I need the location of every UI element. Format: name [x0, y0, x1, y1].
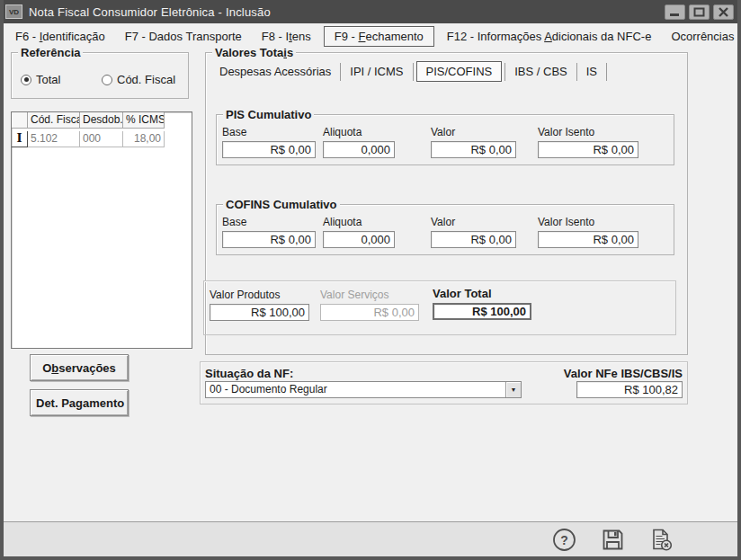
cancel-note-button[interactable] [648, 527, 674, 553]
cofins-legend: COFINS Cumulativo [223, 198, 340, 211]
close-button[interactable] [713, 4, 734, 20]
app-icon: VD [5, 4, 22, 19]
fiscal-code-list[interactable]: Cód. Fiscal Desdob. % ICMS I 5.102 000 1… [11, 111, 192, 349]
tab-label: F6 - [15, 30, 40, 43]
cofins-base: Base R$ 0,00 [222, 216, 316, 248]
pis-base: Base R$ 0,00 [222, 126, 316, 158]
pis-aliquota-input[interactable]: 0,000 [323, 141, 395, 158]
pis-base-input[interactable]: R$ 0,00 [222, 141, 316, 158]
valor-produtos: Valor Produtos R$ 100,00 [210, 289, 309, 321]
field-label: Valor Total [433, 287, 531, 300]
cofins-valor-input[interactable]: R$ 0,00 [431, 231, 516, 248]
valor-produtos-input[interactable]: R$ 100,00 [210, 304, 309, 321]
footer-bar: ? [4, 521, 737, 556]
window-title: Nota Fiscal Consumidor Eletrônica - Incl… [29, 5, 271, 19]
valores-subtab-bar: Despesas Acessórias IPI / ICMS PIS/COFIN… [210, 61, 607, 82]
valores-totais-legend: Valores Totais [212, 46, 296, 59]
button-label: Det. Pa [36, 396, 76, 410]
valor-total: Valor Total R$ 100,00 [433, 287, 531, 320]
tab-f6-identificacao[interactable]: F6 - Identificação [5, 27, 115, 46]
grid-header-cod-fiscal[interactable]: Cód. Fiscal [28, 112, 80, 129]
tab-label: ens [292, 30, 311, 43]
help-button[interactable]: ? [551, 527, 577, 553]
titlebar: VD Nota Fiscal Consumidor Eletrônica - I… [0, 0, 741, 23]
valor-nfe-input[interactable]: R$ 100,82 [576, 381, 683, 398]
tab-f9-fechamento[interactable]: F9 - Fechamento [324, 26, 434, 47]
subtab-separator [606, 63, 607, 81]
det-pagamento-button[interactable]: Det. Pagamento [30, 389, 129, 416]
field-label: Valor [431, 216, 516, 228]
tab-f12-informacoes-adicionais[interactable]: F12 - Informações Adicionais da NFC-e [437, 27, 662, 46]
pis-legend: PIS Cumulativo [223, 108, 314, 121]
field-label: Valor Isento [538, 216, 638, 228]
tab-label: F12 - Informações [447, 30, 544, 43]
cofins-cumulativo-group: COFINS Cumulativo Base R$ 0,00 Aliquota … [216, 204, 674, 255]
field-label: Aliquota [323, 216, 395, 228]
minimize-button[interactable] [665, 4, 685, 20]
grid-header-icms[interactable]: % ICMS [123, 112, 165, 129]
tab-label: F9 - [335, 30, 359, 43]
tab-f8-itens[interactable]: F8 - Itens [252, 27, 321, 46]
nota-fiscal-window: VD Nota Fiscal Consumidor Eletrônica - I… [0, 0, 741, 560]
valor-total-input[interactable]: R$ 100,00 [433, 303, 531, 320]
field-label: Base [222, 216, 316, 228]
cell-cod-fiscal[interactable]: 5.102 [28, 131, 80, 147]
tab-ocorrencias[interactable]: Ocorrências [661, 27, 741, 46]
cofins-valor: Valor R$ 0,00 [431, 216, 516, 248]
grid-header-desdob[interactable]: Desdob. [80, 112, 123, 129]
chevron-down-icon[interactable]: ▼ [505, 382, 521, 397]
radio-label: Cód. Fiscal [117, 73, 175, 86]
maximize-icon [693, 7, 705, 17]
cofins-valor-isento-input[interactable]: R$ 0,00 [538, 231, 638, 248]
legend-text: Valores Tota [215, 46, 283, 59]
footer-icons: ? [551, 527, 674, 553]
tab-accel: A [544, 30, 552, 43]
radio-unselected-icon [102, 75, 112, 85]
grid-header-row: Cód. Fiscal Desdob. % ICMS [12, 112, 165, 129]
cofins-aliquota-input[interactable]: 0,000 [323, 231, 395, 248]
valor-nfe-label: Valor NFe IBS/CBS/IS [564, 367, 683, 380]
legend-text: s [287, 46, 293, 59]
situacao-selected-value: 00 - Documento Regular [206, 382, 505, 397]
radio-cod-fiscal[interactable]: Cód. Fiscal [102, 73, 175, 86]
field-label: Valor Produtos [210, 289, 309, 301]
radio-label: Total [36, 73, 60, 86]
cofins-valor-isento: Valor Isento R$ 0,00 [538, 216, 638, 248]
tab-f7-dados-transporte[interactable]: F7 - Dados Transporte [115, 27, 252, 46]
subtab-despesas-acessorias[interactable]: Despesas Acessórias [210, 62, 340, 81]
pis-valor-input[interactable]: R$ 0,00 [431, 141, 516, 158]
pis-aliquota: Aliquota 0,000 [323, 126, 395, 158]
help-icon: ? [551, 527, 577, 553]
radio-total[interactable]: Total [21, 73, 60, 86]
subtab-separator [413, 63, 414, 81]
valor-servicos: Valor Serviços R$ 0,00 [320, 289, 419, 321]
pis-cumulativo-group: PIS Cumulativo Base R$ 0,00 Aliquota 0,0… [216, 114, 674, 165]
minimize-icon [669, 7, 681, 17]
referencia-legend: Referência [18, 46, 83, 59]
save-icon [600, 527, 626, 553]
button-accel: g [76, 396, 83, 410]
subtab-pis-cofins[interactable]: PIS/COFINS [416, 61, 503, 82]
maximize-button[interactable] [689, 4, 710, 20]
pis-valor-isento-input[interactable]: R$ 0,00 [538, 141, 638, 158]
referencia-group: Referência Total Cód. Fiscal [11, 52, 189, 99]
field-label: Base [222, 126, 316, 138]
tab-label: echamento [365, 30, 423, 43]
cell-icms[interactable]: 18,00 [123, 131, 165, 147]
tab-label: dicionais da NFC-e [552, 30, 652, 43]
cofins-base-input[interactable]: R$ 0,00 [222, 231, 316, 248]
button-label: O [42, 361, 51, 375]
cofins-aliquota: Aliquota 0,000 [323, 216, 395, 248]
situacao-label: Situação da NF: [205, 367, 293, 380]
subtab-ipi-icms[interactable]: IPI / ICMS [341, 62, 412, 81]
button-label: servações [58, 361, 116, 375]
observacoes-button[interactable]: Observações [30, 354, 129, 381]
subtab-ibs-cbs[interactable]: IBS / CBS [505, 62, 576, 81]
subtab-is[interactable]: IS [577, 62, 606, 81]
cell-desdob[interactable]: 000 [80, 131, 123, 147]
situacao-nf-select[interactable]: 00 - Documento Regular ▼ [205, 381, 522, 398]
save-button[interactable] [600, 527, 626, 553]
table-row[interactable]: I 5.102 000 18,00 [12, 131, 165, 147]
field-label: Valor [431, 126, 516, 138]
tab-label: F7 - Dados Transporte [125, 30, 242, 43]
